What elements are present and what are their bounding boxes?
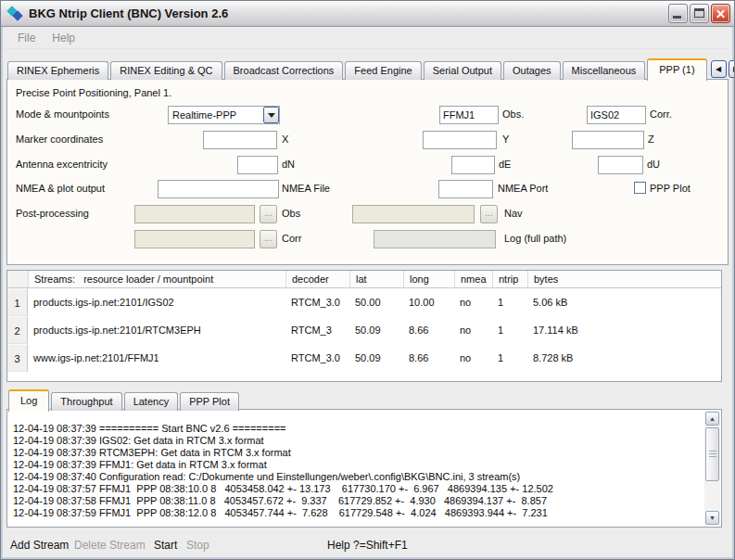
- nmea-plot-output-label: NMEA & plot output: [16, 183, 105, 194]
- header-ntrip: ntrip: [492, 271, 527, 288]
- streams-table-header: Streams: resource loader / mountpoint de…: [7, 271, 721, 288]
- cell-long: 8.66: [403, 344, 454, 372]
- ppp-plot-label: PPP Plot: [650, 183, 691, 194]
- cell-lat: 50.09: [349, 344, 403, 372]
- tab-feed-engine[interactable]: Feed Engine: [345, 61, 421, 80]
- post-obs-label: Obs: [282, 208, 300, 219]
- marker-coordinates-label: Marker coordinates: [16, 134, 103, 145]
- bottom-bar: Add Stream Delete Stream Start Stop Help…: [1, 533, 734, 558]
- tab-scroll-left-icon[interactable]: ◀: [711, 60, 727, 78]
- marker-y-input[interactable]: [423, 131, 497, 149]
- header-decoder: decoder: [285, 271, 349, 288]
- scroll-up-icon[interactable]: ▲: [705, 412, 719, 426]
- maximize-button[interactable]: [690, 4, 709, 23]
- scroll-down-icon[interactable]: ▼: [705, 511, 719, 525]
- panel-tab-bar: RINEX Ephemeris RINEX Editing & QC Broad…: [7, 57, 728, 80]
- nmea-port-label: NMEA Port: [498, 183, 548, 194]
- mode-mountpoints-label: Mode & mountpoints: [16, 108, 109, 120]
- cell-lat: 50.09: [349, 316, 403, 344]
- log-line: 12-04-19 08:37:57 FFMJ1 PPP 08:38:10.0 8…: [13, 483, 703, 495]
- tab-log[interactable]: Log: [8, 389, 49, 412]
- minimize-button[interactable]: [668, 4, 688, 23]
- cell-lat: 50.00: [349, 288, 403, 316]
- row-number: 3: [7, 344, 28, 372]
- obs-label: Obs.: [502, 108, 524, 120]
- combo-dropdown-icon[interactable]: [263, 107, 279, 123]
- cell-ntrip: 1: [492, 288, 527, 316]
- post-nav-input: [352, 205, 475, 223]
- table-row[interactable]: 2 products.igs-ip.net:2101/RTCM3EPH RTCM…: [7, 316, 721, 344]
- log-tab-bar: Log Throughput Latency PPP Plot: [8, 388, 728, 411]
- menu-help[interactable]: Help: [44, 29, 83, 47]
- cell-ntrip: 1: [492, 344, 527, 372]
- cell-nmea: no: [454, 316, 492, 344]
- log-scrollbar[interactable]: ▲ ▼: [704, 411, 720, 526]
- add-stream-button[interactable]: Add Stream: [10, 539, 69, 552]
- tab-rinex-ephemeris[interactable]: RINEX Ephemeris: [7, 61, 108, 80]
- antenna-du-label: dU: [647, 159, 660, 170]
- title-bar[interactable]: BKG Ntrip Client (BNC) Version 2.6: [1, 1, 734, 27]
- table-row[interactable]: 3 www.igs-ip.net:2101/FFMJ1 RTCM_3.0 50.…: [7, 344, 721, 372]
- menu-bar: File Help: [4, 27, 731, 49]
- tab-ppp-1[interactable]: PPP (1): [647, 58, 706, 81]
- obs-mountpoint-input[interactable]: [439, 106, 499, 124]
- antenna-du-input[interactable]: [598, 156, 643, 174]
- tab-rinex-editing-qc[interactable]: RINEX Editing & QC: [110, 61, 222, 80]
- tab-miscellaneous[interactable]: Miscellaneous: [563, 61, 646, 80]
- corr-label: Corr.: [650, 108, 672, 120]
- log-line: 12-04-19 08:37:59 FFMJ1 PPP 08:38:12.0 8…: [13, 507, 703, 519]
- tab-throughput[interactable]: Throughput: [51, 392, 121, 411]
- antenna-dn-label: dN: [282, 159, 295, 170]
- mode-select-value: Realtime-PPP: [169, 109, 263, 121]
- post-nav-browse-button[interactable]: ...: [480, 205, 498, 223]
- stop-button: Stop: [186, 539, 209, 552]
- cell-decoder: RTCM_3.0: [285, 344, 349, 372]
- nmea-file-label: NMEA File: [282, 183, 330, 194]
- tab-scroll-right-icon[interactable]: ▶: [729, 60, 735, 78]
- scrollbar-thumb[interactable]: [705, 427, 719, 481]
- post-obs-browse-button[interactable]: ...: [260, 205, 277, 223]
- nmea-port-input[interactable]: [438, 180, 493, 198]
- antenna-de-input[interactable]: [451, 156, 495, 174]
- log-line: 12-04-19 08:37:39 ========== Start BNC v…: [13, 423, 703, 435]
- marker-x-input[interactable]: [203, 131, 277, 149]
- cell-decoder: RTCM_3.0: [285, 288, 349, 316]
- tab-ppp-plot[interactable]: PPP Plot: [180, 392, 239, 411]
- log-output[interactable]: 12-04-19 08:37:39 ========== Start BNC v…: [6, 409, 722, 528]
- log-line: 12-04-19 08:37:39 FFMJ1: Get data in RTC…: [13, 459, 703, 471]
- post-log-input: [374, 230, 496, 248]
- cell-mountpoint: products.igs-ip.net:2101/IGS02: [28, 288, 285, 316]
- cell-bytes: 8.728 kB: [527, 344, 721, 372]
- antenna-dn-input[interactable]: [237, 156, 278, 174]
- window-controls: [668, 4, 730, 23]
- log-line: 12-04-19 08:37:58 FFMJ1 PPP 08:38:11.0 8…: [13, 495, 703, 507]
- cell-decoder: RTCM_3: [285, 316, 349, 344]
- tab-outages[interactable]: Outages: [503, 61, 561, 80]
- cell-long: 8.66: [403, 316, 454, 344]
- post-corr-browse-button[interactable]: ...: [260, 230, 277, 248]
- marker-y-label: Y: [502, 134, 509, 145]
- corr-mountpoint-input[interactable]: [587, 106, 646, 124]
- row-number: 1: [7, 288, 28, 316]
- tab-latency[interactable]: Latency: [124, 392, 179, 411]
- nmea-file-input[interactable]: [158, 180, 279, 198]
- table-row[interactable]: 1 products.igs-ip.net:2101/IGS02 RTCM_3.…: [7, 288, 721, 316]
- post-processing-label: Post-processing: [16, 208, 89, 219]
- cell-nmea: no: [454, 288, 492, 316]
- marker-z-input[interactable]: [572, 131, 644, 149]
- cell-ntrip: 1: [492, 316, 527, 344]
- post-obs-input: [134, 205, 255, 223]
- bnc-window: BKG Ntrip Client (BNC) Version 2.6 File …: [0, 0, 735, 560]
- marker-z-label: Z: [648, 134, 654, 145]
- tab-broadcast-corrections[interactable]: Broadcast Corrections: [224, 61, 344, 80]
- antenna-excentricity-label: Antenna excentricity: [16, 159, 108, 170]
- tab-scroll-buttons: ◀ ▶: [709, 60, 735, 80]
- ppp-plot-checkbox[interactable]: [634, 182, 646, 194]
- cell-nmea: no: [454, 344, 492, 372]
- start-button[interactable]: Start: [154, 539, 177, 552]
- mode-select[interactable]: Realtime-PPP: [168, 106, 280, 124]
- close-button[interactable]: [711, 4, 730, 23]
- menu-file[interactable]: File: [9, 29, 44, 47]
- tab-serial-output[interactable]: Serial Output: [424, 61, 501, 80]
- help-shortcut-text: Help ?=Shift+F1: [327, 539, 408, 552]
